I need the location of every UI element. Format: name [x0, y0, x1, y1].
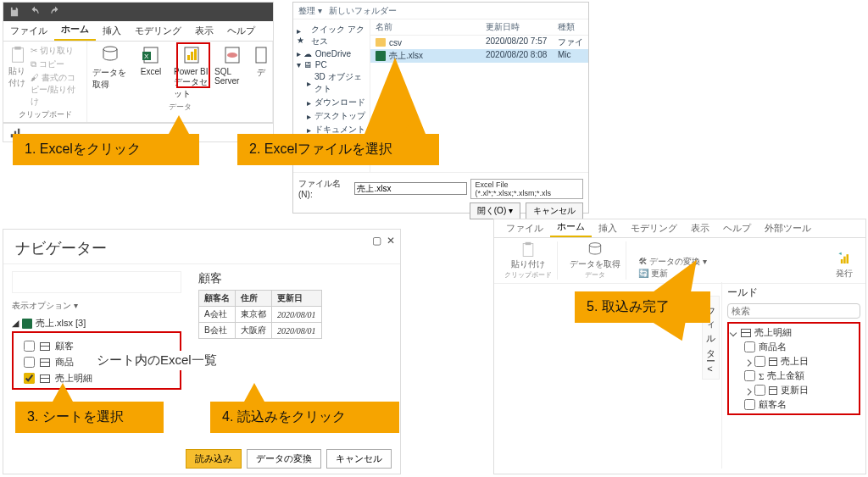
field-checkbox[interactable]: [744, 399, 755, 410]
field-item[interactable]: 売上金額: [731, 369, 857, 383]
dialog-toolbar: 整理 ▾ 新しいフォルダー: [293, 3, 588, 19]
cell: 2020/08/01: [272, 307, 322, 323]
cancel-button[interactable]: キャンセル: [326, 449, 392, 469]
save-icon[interactable]: [8, 6, 20, 18]
callout-step-2: 2. Excelファイルを選択: [237, 134, 439, 165]
cell: 東京都: [236, 307, 272, 323]
publish-button[interactable]: 発行: [828, 251, 860, 280]
transform-button[interactable]: データの変換: [247, 449, 321, 469]
xlsx-icon: [22, 319, 32, 329]
powerbi-ribbon-top-left: ファイル ホーム 挿入 モデリング 表示 ヘルプ 貼り付け ✂ 切り取り ⧉ コ…: [3, 2, 274, 142]
col-name[interactable]: 名前: [376, 21, 486, 33]
tab-insert[interactable]: 挿入: [592, 219, 624, 237]
tab-file[interactable]: ファイル: [3, 21, 54, 41]
field-item[interactable]: 売上日: [731, 354, 857, 369]
tab-view[interactable]: 表示: [684, 219, 716, 237]
navigator-buttons: 読み込み データの変換 キャンセル: [186, 449, 392, 469]
field-item[interactable]: 更新日: [731, 383, 857, 397]
sheet-checkbox[interactable]: [24, 357, 35, 368]
field-checkbox[interactable]: [754, 356, 765, 367]
annotation-sheet-list: シート内のExcel一覧: [92, 351, 222, 370]
undo-icon[interactable]: [29, 6, 41, 18]
calendar-icon: [769, 358, 777, 366]
callout-step-1: 1. Excelをクリック: [13, 134, 199, 165]
col-header[interactable]: 更新日: [272, 291, 322, 307]
close-icon[interactable]: ✕: [387, 235, 395, 247]
svg-rect-12: [256, 47, 266, 63]
ribbon-tabs: ファイル ホーム 挿入 モデリング 表示 ヘルプ: [3, 21, 273, 42]
table-icon: [40, 342, 50, 351]
file-filter-dropdown[interactable]: Excel File (*.xl*;*.xlsx;*.xlsm;*.xls: [470, 179, 583, 199]
field-checkbox[interactable]: [744, 370, 755, 381]
tab-help[interactable]: ヘルプ: [220, 21, 262, 41]
file-list-header: 名前 更新日時 種類: [370, 19, 588, 36]
paste-button-5[interactable]: 貼り付け クリップボード: [499, 241, 558, 280]
sidebar-desktop[interactable]: ▸ デスクトップ: [297, 109, 366, 123]
field-item[interactable]: 顧客名: [731, 397, 857, 412]
toolbar-new-folder[interactable]: 新しいフォルダー: [329, 5, 397, 17]
cell: 2020/08/01: [272, 323, 322, 339]
open-button[interactable]: 開く(O) ▾: [470, 202, 520, 219]
fields-search[interactable]: [727, 303, 860, 319]
dialog-window-buttons: ▢ ✕: [372, 235, 395, 247]
file-row-folder[interactable]: csv 2020/08/20 7:57 ファイ: [370, 36, 588, 49]
display-options[interactable]: 表示オプション ▾: [12, 300, 181, 312]
svg-rect-1: [14, 47, 20, 50]
sidebar-quickaccess[interactable]: ▸ ★ クイック アクセス: [297, 23, 366, 48]
callout-step-4: 4. 読込みをクリック: [210, 402, 399, 433]
get-data-button[interactable]: データを取得: [92, 45, 128, 100]
sql-icon: [222, 45, 242, 65]
redo-icon[interactable]: [49, 6, 61, 18]
sheet-checkbox[interactable]: [24, 341, 35, 352]
fields-table-node[interactable]: 売上明細: [731, 325, 857, 340]
toolbar-organize[interactable]: 整理 ▾: [298, 5, 322, 17]
tab-insert[interactable]: 挿入: [96, 21, 128, 41]
tab-help[interactable]: ヘルプ: [716, 219, 758, 237]
expand-icon[interactable]: ▢: [372, 235, 381, 247]
col-date[interactable]: 更新日時: [486, 21, 558, 33]
copy-button[interactable]: ⧉ コピー: [31, 58, 81, 70]
get-data-button-5[interactable]: データを取得 データ: [565, 241, 626, 280]
tab-home[interactable]: ホーム: [54, 19, 96, 41]
tab-home[interactable]: ホーム: [550, 218, 592, 237]
svg-rect-16: [523, 244, 533, 257]
svg-text:X: X: [144, 53, 149, 60]
tab-external[interactable]: 外部ツール: [758, 219, 818, 237]
sidebar-pc[interactable]: ▾ 🖥 PC: [297, 59, 366, 70]
excel-button[interactable]: X Excel: [133, 45, 169, 100]
navigator-search[interactable]: [12, 271, 181, 293]
format-painter-button[interactable]: 🖌 書式のコピー/貼り付け: [31, 72, 81, 108]
more-data-button[interactable]: デ: [255, 45, 267, 100]
file-open-dialog: 整理 ▾ 新しいフォルダー ▸ ★ クイック アクセス ▸ ☁ OneDrive…: [292, 2, 589, 214]
fields-pane: ールド 売上明細 商品名 売上日 売上金額 更新日 顧客名: [721, 282, 865, 469]
svg-point-18: [589, 243, 600, 247]
sidebar-onedrive[interactable]: ▸ ☁ OneDrive: [297, 48, 366, 59]
sheet-item[interactable]: 売上明細: [15, 370, 178, 386]
field-checkbox[interactable]: [744, 341, 755, 352]
field-item[interactable]: 商品名: [731, 340, 857, 354]
tab-modeling[interactable]: モデリング: [624, 219, 684, 237]
tab-modeling[interactable]: モデリング: [128, 21, 188, 41]
col-type[interactable]: 種類: [558, 21, 583, 33]
navigator-file-node[interactable]: ◢ 売上.xlsx [3]: [12, 317, 181, 330]
svg-rect-19: [841, 259, 843, 263]
sidebar-downloads[interactable]: ▸ ダウンロード: [297, 96, 366, 109]
navigator-title: ナビゲーター: [3, 233, 400, 264]
load-button[interactable]: 読み込み: [186, 449, 242, 469]
table-icon: [741, 329, 751, 337]
cut-button[interactable]: ✂ 切り取り: [31, 45, 81, 57]
sql-server-button[interactable]: SQL Server: [214, 45, 250, 100]
tab-file[interactable]: ファイル: [499, 219, 550, 237]
col-header[interactable]: 住所: [236, 291, 272, 307]
cancel-button[interactable]: キャンセル: [526, 202, 583, 219]
field-checkbox[interactable]: [754, 385, 765, 396]
tab-view[interactable]: 表示: [188, 21, 220, 41]
paste-button[interactable]: 貼り付け: [8, 45, 27, 108]
filename-input[interactable]: [354, 182, 467, 195]
ribbon-group-clipboard: 貼り付け ✂ 切り取り ⧉ コピー 🖌 書式のコピー/貼り付け クリップボード: [3, 42, 87, 122]
sheet-checkbox[interactable]: [24, 373, 35, 384]
col-header[interactable]: 顧客名: [199, 291, 236, 307]
preview-table: 顧客名 住所 更新日 A会社 東京都 2020/08/01 B会社 大阪府 20…: [198, 290, 322, 339]
sidebar-3dobjects[interactable]: ▸ 3D オブジェクト: [297, 70, 366, 96]
cell: 大阪府: [236, 323, 272, 339]
